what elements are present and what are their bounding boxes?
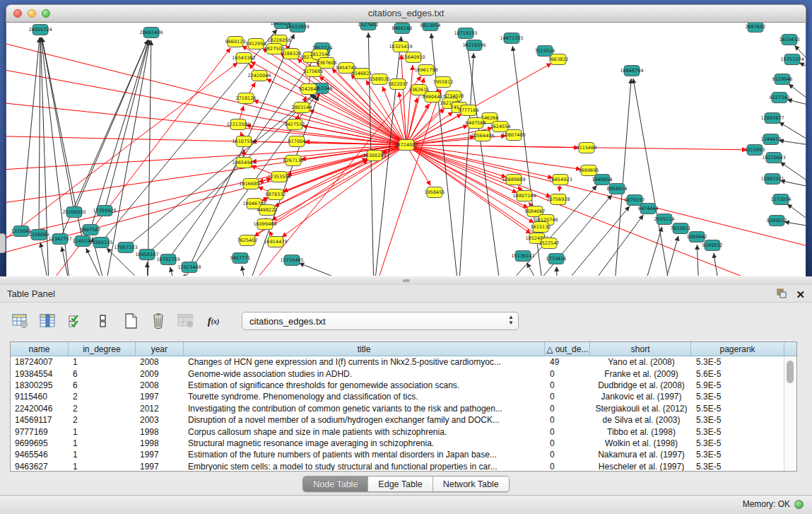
column-header-name[interactable]: name [11, 342, 69, 356]
graph-node[interactable]: 9897587 [81, 225, 101, 235]
table-row[interactable]: 946362711997Embryonic stem cells: a mode… [11, 461, 796, 471]
column-header-pagerank[interactable]: pagerank [691, 342, 784, 356]
graph-node[interactable]: 15136141 [511, 251, 534, 262]
graph-node[interactable]: 15640910 [401, 52, 425, 63]
graph-node[interactable]: 12093877 [760, 113, 784, 124]
graph-node[interactable]: 9699695 [579, 165, 599, 176]
new-column-icon[interactable] [122, 312, 140, 330]
graph-node[interactable]: 9129946 [772, 74, 793, 85]
graph-node[interactable]: 16107554 [232, 136, 255, 147]
graph-node[interactable]: 15892931 [760, 174, 784, 185]
column-header-title[interactable]: title [184, 342, 546, 356]
table-row[interactable]: 2242004622012Investigating the contribut… [11, 403, 796, 414]
graph-node[interactable]: 1640954 [592, 175, 613, 185]
graph-node[interactable]: 9660123 [225, 37, 246, 47]
graph-node[interactable]: 4498222 [257, 205, 278, 216]
column-header-out_de[interactable]: △ out_de... [545, 342, 590, 356]
graph-node[interactable]: 16961758 [414, 65, 437, 76]
graph-node[interactable]: 16210643 [762, 153, 785, 163]
graph-node[interactable]: 1527602 [358, 23, 379, 30]
graph-node[interactable]: 16543382 [232, 53, 255, 64]
graph-node[interactable]: 7625402 [237, 235, 258, 246]
table-row[interactable]: 1830029562008Estimation of significance … [11, 380, 796, 391]
graph-node[interactable]: 17957253 [114, 243, 137, 253]
table-row[interactable]: 977716911998Corpus callosum shape and si… [11, 426, 796, 437]
graph-node[interactable]: 10719155 [454, 28, 477, 39]
graph-node[interactable]: 19218596 [462, 40, 486, 51]
tab-node-table[interactable]: Node Table [303, 477, 368, 491]
select-all-icon[interactable] [66, 312, 85, 330]
tab-network-table[interactable]: Network Table [433, 477, 509, 491]
control-panel-handle[interactable] [0, 233, 6, 253]
table-mode-icon[interactable] [11, 312, 30, 330]
graph-node[interactable]: 1156869 [29, 230, 49, 240]
close-panel-icon[interactable]: ✕ [796, 289, 805, 300]
graph-node[interactable]: 25206050 [62, 207, 86, 218]
graph-node[interactable]: 10688609 [502, 175, 525, 185]
tab-edge-table[interactable]: Edge Table [368, 477, 433, 491]
graph-node[interactable]: 9242848 [299, 84, 319, 95]
graph-node[interactable]: 2718126 [236, 93, 257, 104]
graph-node[interactable]: 9474444 [638, 204, 659, 214]
graph-node[interactable]: 16033809 [286, 23, 309, 33]
delete-column-icon[interactable] [149, 312, 167, 330]
column-header-in_degree[interactable]: in_degree [69, 342, 136, 356]
graph-node[interactable]: 3822037 [388, 79, 408, 90]
table-row[interactable]: 1938455462009Genome-wide association stu… [11, 368, 796, 379]
graph-node[interactable]: 9115460 [577, 143, 597, 153]
table-row[interactable]: 1456911722003Disruption of a novel membe… [11, 414, 796, 426]
graph-node[interactable]: 2687682 [746, 23, 766, 33]
graph-node[interactable]: 8813054 [420, 23, 441, 31]
graph-node[interactable]: 6497568 [466, 118, 486, 129]
splitter-handle[interactable] [403, 279, 410, 282]
graph-node[interactable]: 19654945 [232, 158, 255, 168]
graph-node[interactable]: 7955812 [433, 77, 454, 88]
graph-node[interactable]: 9457771 [230, 253, 251, 264]
graph-node[interactable]: 1244419 [761, 134, 782, 145]
graph-node[interactable]: 1615433 [779, 35, 800, 45]
graph-node[interactable]: 7632621 [671, 223, 691, 234]
graph-node[interactable]: 76654923 [548, 175, 572, 185]
graph-node[interactable]: 12923448 [177, 262, 201, 273]
zoom-window-button[interactable] [42, 9, 50, 18]
graph-node[interactable]: 8878332 [266, 189, 286, 200]
graph-node[interactable]: 917004 [288, 136, 306, 147]
graph-node[interactable]: 5912954 [246, 39, 266, 49]
vertical-scrollbar[interactable] [784, 356, 796, 471]
graph-node[interactable]: 1095442 [687, 232, 707, 243]
rows-icon[interactable] [94, 312, 112, 330]
graph-node[interactable]: 9227343 [770, 93, 790, 103]
table-row[interactable]: 911546021997Tourette syndrome. Phenomeno… [11, 391, 796, 402]
graph-node[interactable]: 16958107 [135, 250, 158, 260]
citation-network-graph[interactable]: 1872400724055724206914061065528716033809… [6, 23, 806, 276]
table-row[interactable]: 946554611997Estimation of the future num… [11, 449, 796, 460]
graph-node[interactable]: 2803144 [292, 103, 312, 113]
graph-node[interactable]: 17359928 [93, 206, 116, 216]
graph-node[interactable]: 8186328 [281, 49, 302, 59]
graph-node[interactable]: 3175685 [303, 66, 324, 77]
graph-node[interactable]: 8958924 [607, 184, 628, 194]
network-window-titlebar[interactable]: citations_edges.txt [6, 4, 806, 23]
table-row[interactable]: 1872400712008Changes of HCN gene express… [11, 356, 796, 368]
scrollbar-thumb[interactable] [787, 361, 794, 383]
graph-node[interactable]: 1588520 [370, 74, 390, 85]
graph-node[interactable]: 24055724 [28, 25, 52, 35]
graph-node[interactable]: 20564486 [471, 131, 494, 141]
graph-node[interactable]: 1958455 [425, 187, 445, 198]
graph-node[interactable]: 16099469 [253, 219, 276, 230]
graph-node[interactable]: 2935114 [654, 214, 675, 225]
float-panel-icon[interactable] [776, 288, 787, 302]
graph-node[interactable]: 9777169 [459, 105, 479, 116]
show-columns-icon[interactable] [39, 312, 57, 330]
graph-node[interactable]: 1733426 [546, 254, 567, 264]
minimize-window-button[interactable] [28, 9, 36, 18]
graph-node[interactable]: 16648794 [620, 66, 643, 76]
graph-node[interactable]: 7663822 [548, 54, 569, 65]
graph-node[interactable]: 8427552 [285, 119, 305, 130]
graph-node[interactable]: 15716485 [280, 255, 303, 266]
graph-node[interactable]: 1615132 [531, 222, 551, 233]
graph-node[interactable]: 18325419 [389, 42, 412, 52]
column-header-year[interactable]: year [136, 342, 184, 356]
function-builder-icon[interactable]: f(x) [204, 312, 223, 330]
graph-node[interactable]: 3215953 [745, 145, 765, 156]
